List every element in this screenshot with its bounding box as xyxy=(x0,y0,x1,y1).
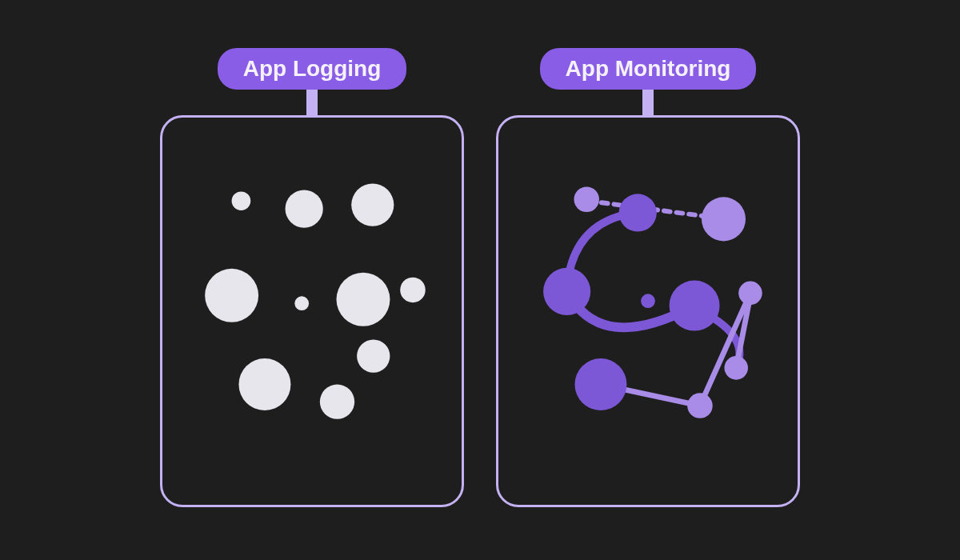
svg-point-9 xyxy=(357,339,390,372)
svg-point-19 xyxy=(670,281,720,331)
logging-pill: App Logging xyxy=(218,48,407,90)
monitoring-pill: App Monitoring xyxy=(540,48,757,90)
svg-point-21 xyxy=(724,356,748,380)
monitoring-title: App Monitoring xyxy=(566,56,731,81)
svg-point-0 xyxy=(232,191,251,210)
svg-point-22 xyxy=(574,358,626,410)
svg-point-23 xyxy=(687,393,712,418)
monitoring-connector xyxy=(642,88,654,117)
network-graph-icon xyxy=(498,118,798,505)
svg-point-1 xyxy=(286,190,323,227)
scattered-dots-icon xyxy=(162,118,462,505)
svg-point-5 xyxy=(337,273,390,326)
svg-point-20 xyxy=(738,282,762,306)
svg-point-6 xyxy=(400,278,425,302)
monitoring-box xyxy=(496,115,800,507)
logging-connector xyxy=(306,88,318,117)
monitoring-panel: App Monitoring xyxy=(496,48,800,507)
svg-point-17 xyxy=(543,268,590,315)
logging-title: App Logging xyxy=(243,56,382,81)
svg-point-2 xyxy=(351,184,394,226)
svg-point-15 xyxy=(619,194,657,231)
svg-point-16 xyxy=(702,197,746,241)
logging-panel: App Logging xyxy=(160,48,464,507)
svg-point-8 xyxy=(320,385,354,419)
svg-point-4 xyxy=(294,296,309,310)
svg-point-3 xyxy=(205,269,258,322)
svg-point-7 xyxy=(238,358,290,410)
svg-point-14 xyxy=(574,186,598,211)
svg-point-18 xyxy=(641,294,655,308)
logging-box xyxy=(160,115,464,507)
